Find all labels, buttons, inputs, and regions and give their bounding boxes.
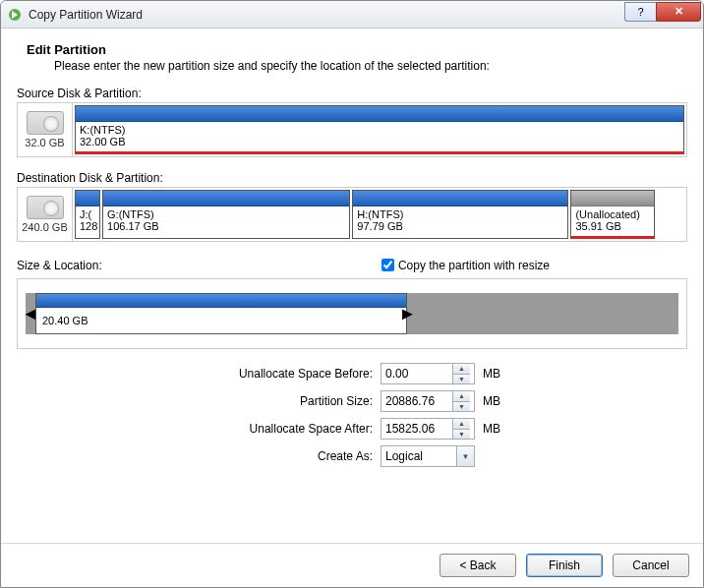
stepper-down-icon[interactable]: ▼ [453, 402, 470, 412]
create-as-value: Logical [381, 449, 456, 463]
app-icon [7, 7, 23, 23]
destination-partitions: J:(128G:(NTFS)106.17 GBH:(NTFS)97.79 GB(… [73, 188, 686, 241]
resize-area: ◄ 20.40 GB ► [17, 278, 687, 349]
destination-disk-size: 240.0 GB [22, 221, 67, 233]
create-as-label: Create As: [17, 449, 381, 463]
resize-track[interactable]: ◄ 20.40 GB ► [26, 293, 678, 334]
form: Unallocate Space Before: ▲▼ MB Partition… [17, 363, 687, 467]
page-subtitle: Please enter the new partition size and … [54, 59, 687, 73]
hdd-icon [27, 111, 64, 135]
resize-handle-right[interactable]: ► [401, 293, 413, 334]
close-button[interactable]: ✕ [656, 2, 701, 22]
titlebar: Copy Partition Wizard ? ✕ [1, 1, 703, 29]
resize-filled-region[interactable]: 20.40 GB [35, 293, 407, 334]
partition-block[interactable]: H:(NTFS)97.79 GB [352, 190, 568, 239]
stepper-up-icon[interactable]: ▲ [453, 364, 470, 375]
source-partitions: K:(NTFS)32.00 GB [73, 103, 686, 156]
chevron-right-icon: ► [399, 304, 417, 324]
destination-disk-row: 240.0 GB J:(128G:(NTFS)106.17 GBH:(NTFS)… [17, 187, 687, 242]
unit-label: MB [483, 367, 500, 381]
size-location-label: Size & Location: [17, 259, 378, 272]
close-icon: ✕ [675, 5, 683, 18]
partition-size-label: Partition Size: [17, 394, 381, 408]
partition-size: 106.17 GB [103, 220, 349, 234]
partition-size-input[interactable] [381, 391, 452, 411]
stepper-up-icon[interactable]: ▲ [453, 419, 470, 430]
copy-with-resize-checkbox[interactable] [381, 259, 394, 271]
window-title: Copy Partition Wizard [29, 8, 624, 22]
help-button[interactable]: ? [624, 2, 656, 22]
copy-with-resize-label: Copy the partition with resize [398, 259, 550, 272]
source-label: Source Disk & Partition: [17, 87, 687, 100]
partition-size: 97.79 GB [353, 220, 567, 234]
partition-name: (Unallocated) [571, 206, 654, 220]
partition-size: 35.91 GB [571, 220, 654, 234]
unit-label: MB [483, 394, 500, 408]
stepper-down-icon[interactable]: ▼ [453, 430, 470, 440]
help-icon: ? [637, 6, 643, 18]
partition-size-spin[interactable]: ▲▼ [381, 390, 475, 412]
partition-block[interactable]: (Unallocated)35.91 GB [570, 190, 655, 239]
source-disk-size: 32.0 GB [25, 137, 64, 148]
stepper-up-icon[interactable]: ▲ [453, 391, 470, 402]
unalloc-after-input[interactable] [381, 419, 452, 439]
content-area: Edit Partition Please enter the new part… [1, 29, 703, 485]
chevron-down-icon[interactable]: ▼ [456, 446, 474, 466]
back-button[interactable]: < Back [440, 554, 516, 577]
partition-name: G:(NTFS) [103, 206, 349, 220]
partition-size: 32.00 GB [76, 136, 683, 149]
source-disk-icon-cell: 32.0 GB [18, 103, 73, 156]
unalloc-after-spin[interactable]: ▲▼ [381, 418, 475, 440]
source-disk-row: 32.0 GB K:(NTFS)32.00 GB [17, 102, 687, 157]
cancel-button[interactable]: Cancel [613, 554, 689, 577]
unit-label: MB [483, 422, 500, 436]
partition-size: 128 [76, 220, 99, 234]
unalloc-before-input[interactable] [381, 364, 452, 383]
page-title: Edit Partition [27, 42, 687, 57]
unalloc-before-spin[interactable]: ▲▼ [381, 363, 475, 384]
hdd-icon [27, 196, 64, 219]
copy-with-resize-wrapper[interactable]: Copy the partition with resize [378, 256, 550, 274]
create-as-combo[interactable]: Logical ▼ [381, 445, 475, 467]
partition-block[interactable]: J:(128 [75, 190, 100, 239]
partition-name: K:(NTFS) [76, 122, 683, 136]
destination-label: Destination Disk & Partition: [17, 171, 687, 185]
footer: < Back Finish Cancel [1, 543, 703, 587]
partition-block[interactable]: K:(NTFS)32.00 GB [75, 105, 684, 154]
unalloc-after-label: Unallocate Space After: [17, 422, 381, 436]
finish-button[interactable]: Finish [526, 554, 603, 577]
partition-block[interactable]: G:(NTFS)106.17 GB [102, 190, 350, 239]
stepper-down-icon[interactable]: ▼ [453, 375, 470, 384]
unalloc-before-label: Unallocate Space Before: [17, 367, 381, 381]
partition-name: H:(NTFS) [353, 206, 567, 220]
partition-name: J:( [76, 206, 99, 220]
destination-disk-icon-cell: 240.0 GB [18, 188, 73, 241]
resize-filled-label: 20.40 GB [42, 315, 88, 326]
